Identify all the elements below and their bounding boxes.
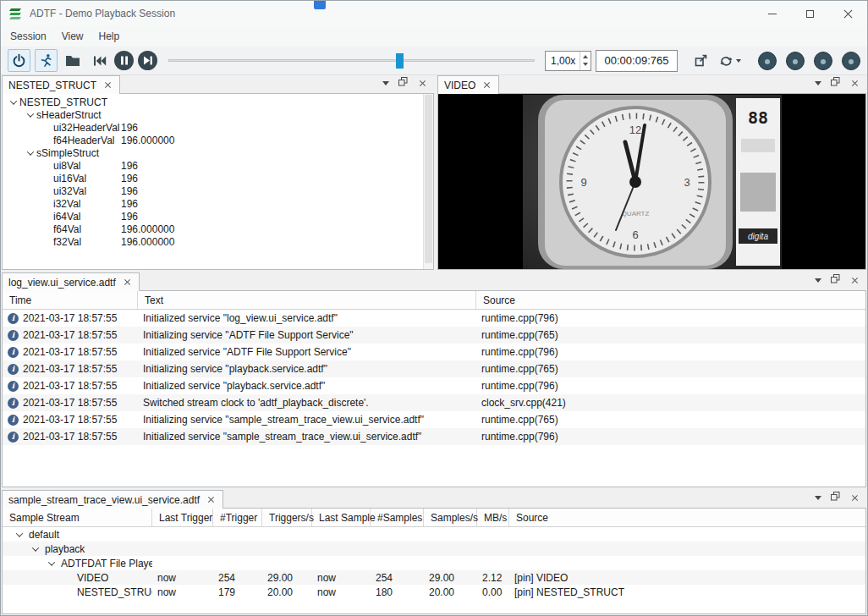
open-file-button[interactable] <box>62 49 84 72</box>
trace-row[interactable]: VIDEOnow25429.00now25429.002.12[pin] VID… <box>3 570 865 585</box>
menu-help[interactable]: Help <box>91 28 128 45</box>
panel-menu-icon[interactable] <box>815 81 821 85</box>
expander-chevron-icon[interactable] <box>27 110 34 117</box>
tree-row[interactable]: f32Val196.000000 <box>3 235 433 248</box>
expander-chevron-icon[interactable] <box>15 530 22 536</box>
expander-slot[interactable] <box>30 547 41 552</box>
playback-speed-spinbox[interactable]: 1,00x <box>545 51 591 71</box>
panel-menu-icon[interactable] <box>815 278 821 283</box>
round-control-button-1[interactable] <box>758 52 777 70</box>
trace-row[interactable]: NESTED_STRUCTnow17920.00now18020.000.00[… <box>3 585 865 599</box>
tab-close-icon[interactable] <box>102 80 113 91</box>
log-row[interactable]: i2021-03-17 18:57:55Initializing service… <box>3 327 865 344</box>
round-control-button-3[interactable] <box>814 52 832 70</box>
panel-close-icon[interactable] <box>849 78 860 89</box>
expander-chevron-icon[interactable] <box>27 148 34 155</box>
playback-position-slider[interactable] <box>168 49 535 72</box>
run-session-button[interactable] <box>35 49 58 72</box>
panel-close-icon[interactable] <box>849 275 860 286</box>
expander-chevron-icon[interactable] <box>31 544 38 551</box>
tree-row[interactable]: f64HeaderVal196.000000 <box>3 134 433 146</box>
log-source-cell: clock_srv.cpp(421) <box>476 397 865 409</box>
slider-handle[interactable] <box>396 53 404 69</box>
column-header[interactable]: Last Trigger <box>152 509 213 526</box>
log-row[interactable]: i2021-03-17 18:57:55Initializing service… <box>3 360 865 377</box>
tab-close-icon[interactable] <box>122 277 133 288</box>
jump-to-begin-button[interactable] <box>88 49 110 72</box>
trace-tabbar: sample_stream_trace_view.ui_service.adtf <box>2 490 866 509</box>
log-row[interactable]: i2021-03-17 18:57:55Initialized service … <box>3 428 865 445</box>
panel-menu-icon[interactable] <box>815 496 821 500</box>
jump-to-end-button[interactable] <box>138 51 157 70</box>
column-header[interactable]: Time <box>3 291 138 309</box>
menu-view[interactable]: View <box>54 28 91 45</box>
expander-slot[interactable] <box>46 561 57 566</box>
log-row[interactable]: i2021-03-17 18:57:55Switched stream cloc… <box>3 394 865 411</box>
column-header[interactable]: Source <box>509 509 865 526</box>
panel-float-icon[interactable] <box>398 77 408 89</box>
panel-menu-icon[interactable] <box>382 81 389 85</box>
tab-video[interactable]: VIDEO <box>437 75 499 94</box>
column-header[interactable]: Triggers/s <box>262 509 312 526</box>
column-header[interactable]: Source <box>476 291 865 309</box>
log-row[interactable]: i2021-03-17 18:57:55Initialized service … <box>3 377 865 394</box>
column-header[interactable]: MB/s <box>477 509 509 526</box>
expander-chevron-icon[interactable] <box>47 558 54 565</box>
loop-mode-button[interactable] <box>716 49 744 72</box>
tree-row[interactable]: ui32Val196 <box>3 184 433 197</box>
spin-up-icon[interactable] <box>583 55 588 58</box>
panel-float-icon[interactable] <box>831 274 840 286</box>
maximize-button[interactable] <box>791 1 829 26</box>
expander-slot[interactable] <box>14 532 25 537</box>
tab-close-icon[interactable] <box>481 80 492 91</box>
expander-slot[interactable] <box>8 100 19 105</box>
column-header[interactable]: Text <box>138 291 476 309</box>
column-header[interactable]: #Samples <box>371 509 424 526</box>
tab-nested-struct[interactable]: NESTED_STRUCT <box>2 75 120 94</box>
tree-row[interactable]: f64Val196.000000 <box>3 223 433 235</box>
tab-close-icon[interactable] <box>206 494 217 505</box>
tree-row[interactable]: sHeaderStruct <box>3 108 433 121</box>
expander-slot[interactable] <box>25 113 36 118</box>
menu-session[interactable]: Session <box>3 28 54 45</box>
expander-slot[interactable] <box>25 151 36 156</box>
panel-close-icon[interactable] <box>849 492 860 503</box>
trace-row[interactable]: ADTFDAT File Player <box>3 556 865 570</box>
minimize-button[interactable] <box>753 1 791 26</box>
round-control-button-2[interactable] <box>786 52 805 70</box>
loop-dropdown-icon[interactable] <box>736 59 741 63</box>
panel-float-icon[interactable] <box>831 492 840 503</box>
tree-row[interactable]: ui8Val196 <box>3 159 433 172</box>
log-row[interactable]: i2021-03-17 18:57:55Initializing service… <box>3 411 865 428</box>
tree-row[interactable]: i64Val196 <box>3 210 433 223</box>
trace-row[interactable]: playback <box>3 542 865 556</box>
log-source-cell: runtime.cpp(765) <box>476 363 865 375</box>
column-header[interactable]: Samples/s <box>424 509 477 526</box>
log-row[interactable]: i2021-03-17 18:57:55Initialized service … <box>3 344 865 360</box>
open-external-button[interactable] <box>689 49 711 72</box>
round-control-button-4[interactable] <box>842 52 860 70</box>
pause-button[interactable] <box>114 51 134 70</box>
power-toggle-button[interactable] <box>8 49 30 72</box>
tree-row[interactable]: ui16Val196 <box>3 172 433 184</box>
scrollbar-thumb[interactable] <box>425 95 432 263</box>
tree-row[interactable]: ui32HeaderVal196 <box>3 121 433 134</box>
tree-node-label: ui16Val <box>53 173 86 184</box>
trace-row[interactable]: default <box>3 527 865 542</box>
tree-row[interactable]: sSimpleStruct <box>3 146 433 159</box>
expander-chevron-icon[interactable] <box>10 97 17 104</box>
tab-trace-view[interactable]: sample_stream_trace_view.ui_service.adtf <box>2 490 223 509</box>
column-header[interactable]: Last Sample <box>312 509 371 526</box>
panel-close-icon[interactable] <box>417 78 428 89</box>
column-header[interactable]: Sample Stream <box>3 509 152 526</box>
trace-value-cell: 20.00 <box>262 586 312 598</box>
tree-row[interactable]: NESTED_STRUCT <box>3 96 433 108</box>
spin-down-icon[interactable] <box>583 63 588 66</box>
log-row[interactable]: i2021-03-17 18:57:55Initialized service … <box>3 310 865 327</box>
tab-log-view[interactable]: log_view.ui_service.adtf <box>2 272 140 291</box>
tree-row[interactable]: i32Val196 <box>3 197 433 210</box>
tree-vertical-scrollbar[interactable] <box>423 94 433 269</box>
close-button[interactable] <box>829 1 867 26</box>
panel-float-icon[interactable] <box>831 77 840 89</box>
column-header[interactable]: #Trigger <box>213 509 262 526</box>
